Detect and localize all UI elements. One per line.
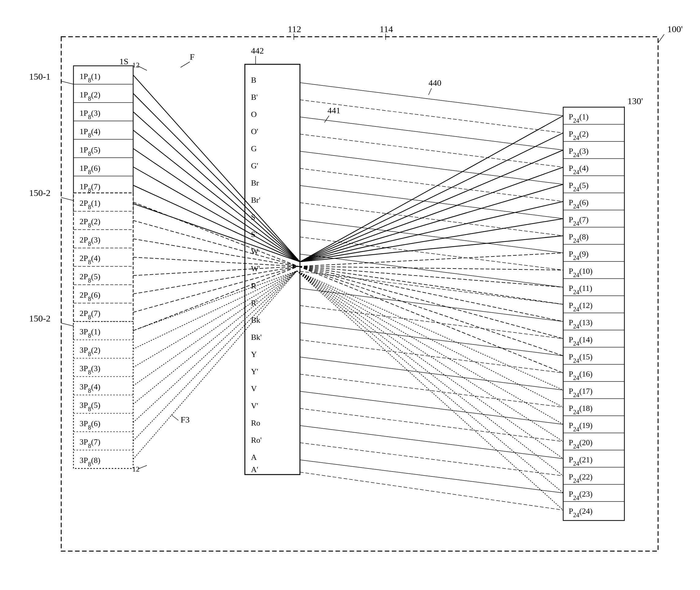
svg-line-96 xyxy=(299,266,563,356)
svg-line-130 xyxy=(300,357,563,390)
svg-line-3 xyxy=(658,34,664,43)
svg-line-78 xyxy=(300,184,563,262)
svg-line-127 xyxy=(300,306,563,338)
svg-line-132 xyxy=(300,391,563,424)
svg-line-77 xyxy=(300,167,563,262)
svg-line-11 xyxy=(325,116,329,122)
center-Y: Y xyxy=(251,350,257,359)
svg-line-15 xyxy=(171,415,179,420)
svg-line-131 xyxy=(300,374,563,407)
center-G: G xyxy=(251,144,257,153)
center-Br: Br xyxy=(251,179,259,187)
svg-line-79 xyxy=(300,201,563,262)
svg-line-90 xyxy=(299,253,563,266)
svg-line-133 xyxy=(300,408,563,441)
label-150-1: 150-1 xyxy=(29,71,50,81)
svg-line-94 xyxy=(299,266,563,321)
center-A: A xyxy=(251,453,257,462)
svg-line-117 xyxy=(300,134,563,167)
center-Oprime: O' xyxy=(251,127,258,136)
svg-line-118 xyxy=(300,151,563,184)
svg-line-93 xyxy=(299,266,563,304)
svg-line-113 xyxy=(297,271,563,510)
center-Ro: Ro xyxy=(251,418,260,427)
center-O: O xyxy=(251,110,257,119)
svg-line-125 xyxy=(300,271,563,304)
svg-line-109 xyxy=(297,271,563,441)
svg-rect-33 xyxy=(74,321,133,469)
label-442: 442 xyxy=(251,46,264,56)
label-2S12-sub: 12 xyxy=(132,465,140,473)
svg-line-12 xyxy=(429,88,432,95)
center-Aprime: A' xyxy=(251,465,258,474)
svg-line-123 xyxy=(300,237,563,270)
svg-line-9 xyxy=(181,62,190,67)
label-112: 112 xyxy=(288,24,301,34)
svg-line-124 xyxy=(300,254,563,287)
svg-line-116 xyxy=(300,117,563,150)
diagram-container: text { font-family: 'Times New Roman', T… xyxy=(0,0,700,590)
center-Rprime: R' xyxy=(251,299,258,307)
svg-line-75 xyxy=(300,133,563,262)
center-B: B xyxy=(251,76,256,85)
svg-line-5 xyxy=(61,81,74,84)
svg-line-7 xyxy=(61,323,74,326)
label-1S12: 1S xyxy=(119,57,129,66)
svg-line-112 xyxy=(297,271,563,493)
center-Bprime: B' xyxy=(251,93,258,102)
center-V: V xyxy=(251,384,257,393)
svg-line-119 xyxy=(300,168,563,201)
label-100prime: 100' xyxy=(667,24,683,34)
label-130prime: 130' xyxy=(627,96,643,106)
center-Bkprime: Bk' xyxy=(251,333,262,342)
label-150-2a: 150-2 xyxy=(29,188,50,198)
svg-line-135 xyxy=(300,443,563,476)
label-440: 440 xyxy=(429,78,441,88)
label-114: 114 xyxy=(379,24,393,34)
svg-line-110 xyxy=(297,271,563,459)
svg-line-121 xyxy=(300,203,563,236)
center-Roprime: Ro' xyxy=(251,436,262,445)
svg-line-92 xyxy=(299,266,563,287)
center-Yprime: Y' xyxy=(251,367,258,376)
svg-line-6 xyxy=(61,197,74,201)
center-Gprime: G' xyxy=(251,161,258,170)
svg-line-137 xyxy=(300,472,563,510)
label-150-2b: 150-2 xyxy=(29,313,50,323)
svg-line-120 xyxy=(300,186,563,219)
svg-line-115 xyxy=(300,100,563,133)
svg-line-129 xyxy=(300,340,563,373)
label-441: 441 xyxy=(328,106,340,115)
label-F3: F3 xyxy=(181,415,190,424)
svg-line-136 xyxy=(300,460,563,493)
center-Vprime: V' xyxy=(251,401,258,410)
svg-line-106 xyxy=(297,271,563,390)
label-F: F xyxy=(190,52,195,62)
svg-line-76 xyxy=(300,150,563,262)
center-Brprime: Br' xyxy=(251,196,260,204)
svg-line-126 xyxy=(300,288,563,321)
